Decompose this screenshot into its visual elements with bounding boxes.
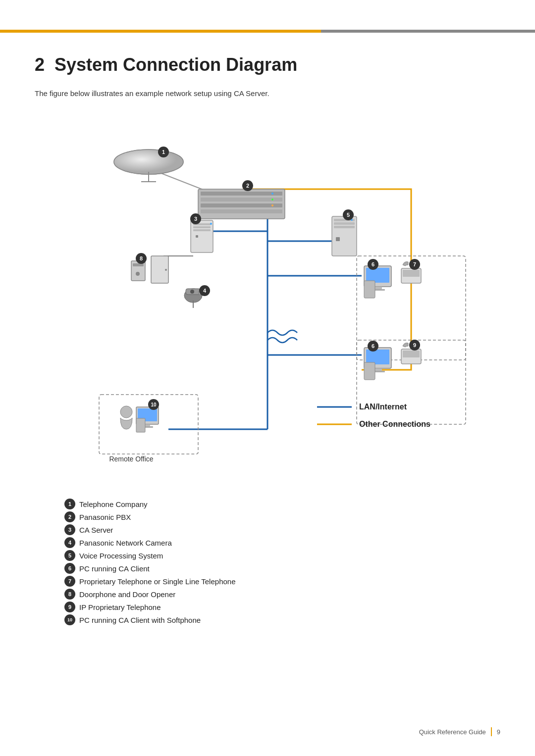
legend-badge-10: 10 (64, 614, 75, 625)
footer-divider (491, 727, 492, 736)
legend-item-2: 2 Panasonic PBX (64, 511, 500, 522)
legend-item-6: 6 PC running CA Client (64, 563, 500, 574)
svg-point-39 (190, 290, 194, 294)
svg-rect-32 (196, 235, 198, 238)
legend-label-10: PC running CA Client with Softphone (79, 616, 201, 624)
svg-point-24 (271, 199, 273, 201)
legend-badge-4: 4 (64, 537, 75, 548)
svg-point-55 (136, 272, 140, 276)
svg-point-25 (271, 204, 273, 206)
legend-label-9: IP Proprietary Telephone (79, 603, 161, 611)
svg-text:9: 9 (413, 342, 416, 348)
page-footer: Quick Reference Guide 9 (419, 727, 500, 736)
svg-text:2: 2 (246, 183, 249, 189)
legend-badge-2: 2 (64, 511, 75, 522)
legend-badge-9: 9 (64, 602, 75, 612)
svg-text:4: 4 (203, 288, 207, 294)
svg-text:1: 1 (162, 149, 165, 155)
legend-item-8: 8 Doorphone and Door Opener (64, 589, 500, 600)
legend-label-7: Proprietary Telephone or Single Line Tel… (79, 577, 236, 586)
svg-rect-21 (201, 203, 282, 207)
svg-rect-22 (201, 209, 282, 213)
legend-item-9: 9 IP Proprietary Telephone (64, 602, 500, 612)
legend-badge-3: 3 (64, 524, 75, 535)
svg-text:6: 6 (372, 261, 374, 267)
svg-rect-62 (364, 281, 375, 298)
svg-rect-66 (403, 270, 420, 277)
svg-rect-19 (201, 192, 282, 196)
legend-label-3: CA Server (79, 526, 113, 534)
footer-page-number: 9 (497, 728, 500, 736)
svg-point-52 (165, 269, 167, 271)
legend-label-2: Panasonic PBX (79, 513, 131, 521)
svg-text:LAN/Internet: LAN/Internet (359, 403, 407, 411)
legend-item-5: 5 Voice Processing System (64, 550, 500, 561)
legend-item-7: 7 Proprietary Telephone or Single Line T… (64, 576, 500, 587)
svg-text:5: 5 (347, 212, 350, 218)
svg-rect-31 (193, 229, 211, 231)
legend-badge-8: 8 (64, 589, 75, 600)
legend-badge-6: 6 (64, 563, 75, 574)
svg-text:10: 10 (151, 402, 157, 407)
svg-point-23 (271, 193, 273, 195)
svg-point-33 (210, 223, 212, 225)
system-diagram: 1 2 3 (54, 112, 481, 489)
legend-badge-7: 7 (64, 576, 75, 587)
legend-item-10: 10 PC running CA Client with Softphone (64, 614, 500, 625)
legend-label-6: PC running CA Client (79, 564, 150, 573)
svg-rect-30 (193, 226, 211, 228)
svg-text:3: 3 (194, 216, 197, 222)
legend-badge-1: 1 (64, 499, 75, 509)
svg-text:8: 8 (140, 255, 143, 261)
svg-rect-77 (403, 351, 420, 357)
chapter-title: 2 System Connection Diagram (35, 54, 500, 75)
legend-item-4: 4 Panasonic Network Camera (64, 537, 500, 548)
legend-item-3: 3 CA Server (64, 524, 500, 535)
legend-item-1: 1 Telephone Company (64, 499, 500, 509)
legend-label-4: Panasonic Network Camera (79, 539, 172, 547)
footer-guide-label: Quick Reference Guide (419, 728, 486, 736)
legend-label-8: Doorphone and Door Opener (79, 590, 175, 599)
svg-text:Other Connections: Other Connections (359, 420, 430, 428)
intro-text: The figure below illustrates an example … (35, 89, 500, 98)
top-decorative-bar (0, 30, 535, 33)
legend-label-5: Voice Processing System (79, 552, 163, 560)
svg-text:6: 6 (372, 343, 374, 349)
legend-badge-5: 5 (64, 550, 75, 561)
legend-label-1: Telephone Company (79, 500, 148, 508)
svg-rect-54 (133, 263, 144, 266)
svg-text:7: 7 (413, 261, 416, 267)
svg-point-80 (120, 406, 132, 418)
svg-rect-47 (336, 237, 340, 241)
svg-text:Remote Office: Remote Office (109, 455, 153, 463)
svg-rect-46 (334, 226, 355, 228)
svg-rect-85 (136, 418, 145, 432)
legend-list: 1 Telephone Company 2 Panasonic PBX 3 CA… (35, 499, 500, 627)
svg-point-13 (114, 150, 183, 174)
svg-rect-45 (334, 222, 355, 225)
svg-rect-20 (201, 198, 282, 202)
svg-rect-73 (364, 362, 375, 380)
